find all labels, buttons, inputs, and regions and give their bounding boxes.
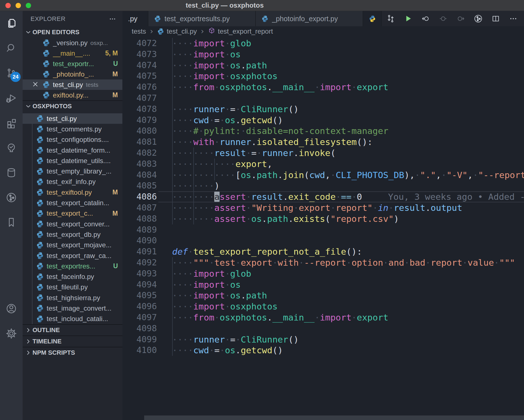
tree-item[interactable]: test_configoptions.... <box>23 135 122 145</box>
tree-item[interactable]: test_faceinfo.py <box>23 271 122 282</box>
code-line-4095[interactable]: 4095····import·os.path <box>122 290 524 301</box>
code-line-4097[interactable]: 4097····from·osxphotos.__main__·import·e… <box>122 312 524 323</box>
more-actions-button[interactable] <box>504 11 522 26</box>
activity-item-source-control[interactable]: 24 <box>0 61 23 86</box>
code-line-4089[interactable]: 4089 <box>122 224 524 235</box>
code-line-4092[interactable]: 4092····"""·test·export·with·--report·op… <box>122 257 524 268</box>
code-editor[interactable]: 4072····import·glob4073····import·os4074… <box>122 36 524 420</box>
code-line-4100[interactable]: 4100····cwd·=·os.getcwd() <box>122 345 524 356</box>
sidebar-section-npm-scripts[interactable]: NPM SCRIPTS <box>23 347 122 358</box>
code-line-4099[interactable]: 4099····runner·=·CliRunner() <box>122 334 524 345</box>
activity-item-database[interactable] <box>0 160 23 185</box>
code-line-4083[interactable]: 4083············export, <box>122 159 524 170</box>
gitlens-button[interactable] <box>469 11 487 26</box>
code-line-4086[interactable]: 4086········assert·result.exit_code·==·0… <box>122 191 524 202</box>
tab-test_exportresults.py[interactable]: test_exportresults.py <box>148 11 256 26</box>
run-python-file-icon <box>403 14 413 23</box>
tree-item[interactable]: test_datetime_utils.... <box>23 155 122 166</box>
tree-item[interactable]: test_incloud_catali... <box>23 314 122 324</box>
breadcrumb-item[interactable]: test_cli.py <box>157 27 197 35</box>
code-line-4080[interactable]: 4080····#·pylint:·disable=not-context-ma… <box>122 125 524 137</box>
breadcrumb-item[interactable]: tests <box>132 27 146 35</box>
tree-item[interactable]: test_export_raw_ca... <box>23 250 122 261</box>
more-actions-icon[interactable] <box>108 15 117 23</box>
tree-item[interactable]: test_export_c...M <box>23 208 122 219</box>
close-icon[interactable] <box>32 81 39 88</box>
bookmark-icon <box>5 217 17 228</box>
code-text: ····import·os.path <box>172 60 267 71</box>
tree-item[interactable]: test_fileutil.py <box>23 282 122 293</box>
activity-item-run-debug[interactable] <box>0 86 23 111</box>
tab-_photoinfo_export.py[interactable]: _photoinfo_export.py <box>256 11 363 26</box>
file-name: test_export_catalin... <box>47 199 109 207</box>
activity-item-gitlens[interactable] <box>0 185 23 210</box>
split-editor-button[interactable] <box>487 11 504 26</box>
tree-item[interactable]: test_datetime_form... <box>23 145 122 155</box>
activity-item-explorer[interactable] <box>0 11 23 36</box>
code-line-4096[interactable]: 4096····import·osxphotos <box>122 301 524 312</box>
file-name: exiftool.py... <box>53 91 88 99</box>
code-line-4072[interactable]: 4072····import·glob <box>122 38 524 49</box>
tab-.py[interactable]: .py <box>122 11 148 26</box>
tab-pinned-python[interactable] <box>363 11 382 26</box>
code-line-4084[interactable]: 4084············[os.path.join(cwd,·CLI_P… <box>122 170 524 181</box>
code-line-4075[interactable]: 4075····import·osxphotos <box>122 71 524 82</box>
code-line-4093[interactable]: 4093····import·glob <box>122 268 524 279</box>
tree-item[interactable]: test_cli.py <box>23 113 122 124</box>
run-python-file-button[interactable] <box>399 11 417 26</box>
activity-item-settings[interactable] <box>0 321 23 346</box>
open-editors-header[interactable]: OPEN EDITORS <box>23 27 122 38</box>
tree-item[interactable]: test_exiftool.pyM <box>23 187 122 198</box>
tree-item[interactable]: test_export_mojave... <box>23 240 122 250</box>
open-editor-item[interactable]: test_exportr...U <box>23 59 122 69</box>
code-line-4094[interactable]: 4094····import·os <box>122 279 524 290</box>
code-line-4081[interactable]: 4081····with·runner.isolated_filesystem(… <box>122 137 524 148</box>
code-line-4085[interactable]: 4085········) <box>122 180 524 191</box>
line-number: 4077 <box>122 93 157 104</box>
arrow-circle-right-button[interactable] <box>452 11 469 26</box>
sidebar-section-outline[interactable]: OUTLINE <box>23 324 122 335</box>
code-line-4076[interactable]: 4076····from·osxphotos.__main__·import·e… <box>122 82 524 93</box>
tree-item[interactable]: test_image_convert... <box>23 303 122 313</box>
breadcrumb-label: tests <box>132 27 146 35</box>
open-editor-item[interactable]: __main__....5, M <box>23 48 122 59</box>
open-editor-item[interactable]: _photoinfo_...M <box>23 69 122 79</box>
activity-item-search[interactable] <box>0 36 23 61</box>
tree-item[interactable]: test_export_catalin... <box>23 198 122 208</box>
project-header[interactable]: OSXPHOTOS <box>23 100 122 112</box>
open-editor-item[interactable]: _version.pyosxp... <box>23 38 122 48</box>
code-line-4098[interactable]: 4098 <box>122 323 524 334</box>
circle-dash-button[interactable] <box>434 11 452 26</box>
code-line-4077[interactable]: 4077 <box>122 93 524 104</box>
activity-item-testing[interactable] <box>0 135 23 160</box>
line-number: 4086 <box>122 191 157 202</box>
sidebar-section-timeline[interactable]: TIMELINE <box>23 335 122 347</box>
code-line-4088[interactable]: 4088········assert·os.path.exists("repor… <box>122 213 524 224</box>
code-line-4082[interactable]: 4082········result·=·runner.invoke( <box>122 148 524 159</box>
tree-item[interactable]: test_exportres...U <box>23 261 122 271</box>
activity-item-extensions[interactable] <box>0 111 23 135</box>
open-editor-item[interactable]: exiftool.py...M <box>23 90 122 100</box>
activity-item-account[interactable] <box>0 296 23 321</box>
code-line-4074[interactable]: 4074····import·os.path <box>122 60 524 71</box>
tree-item[interactable]: test_export_conver... <box>23 219 122 229</box>
code-line-4079[interactable]: 4079····cwd·=·os.getcwd() <box>122 115 524 126</box>
tree-item[interactable]: test_empty_library_... <box>23 166 122 176</box>
git-status-badge: M <box>112 70 118 78</box>
activity-item-bookmarks[interactable] <box>0 210 23 235</box>
tree-item[interactable]: test_exif_info.py <box>23 177 122 187</box>
horizontal-scrollbar[interactable] <box>144 415 524 420</box>
breadcrumb-item[interactable]: test_export_report <box>208 27 273 36</box>
code-line-4087[interactable]: 4087········assert·"Writing·export·repor… <box>122 202 524 213</box>
code-line-4078[interactable]: 4078····runner·=·CliRunner() <box>122 104 524 115</box>
line-number: 4087 <box>122 202 157 213</box>
compare-changes-button[interactable] <box>382 11 399 26</box>
code-line-4091[interactable]: 4091def·test_export_report_not_a_file(): <box>122 246 524 257</box>
code-line-4073[interactable]: 4073····import·os <box>122 49 524 60</box>
code-line-4090[interactable]: 4090 <box>122 235 524 246</box>
tree-item[interactable]: test_comments.py <box>23 124 122 134</box>
tree-item[interactable]: test_highsierra.py <box>23 293 122 303</box>
open-editor-item[interactable]: test_cli.pytests <box>23 79 122 90</box>
arrow-circle-left-button[interactable] <box>417 11 434 26</box>
tree-item[interactable]: test_export_db.py <box>23 229 122 240</box>
